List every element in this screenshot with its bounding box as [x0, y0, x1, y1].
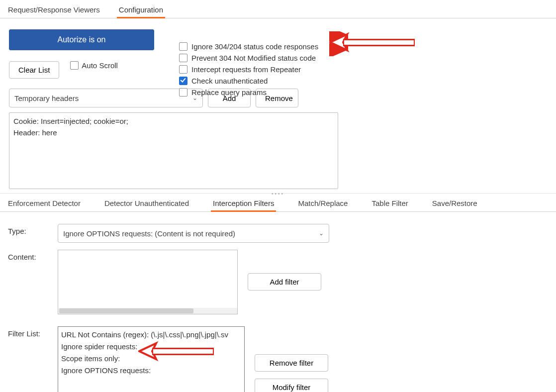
opt-intercept-repeater[interactable]: Intercept requests from Repeater [179, 65, 318, 74]
filter-type-select[interactable]: Ignore OPTIONS requests: (Content is not… [58, 224, 329, 243]
chevron-down-icon: ⌄ [319, 230, 324, 237]
list-item[interactable]: URL Not Contains (regex): (\.js|\.css|\.… [61, 329, 241, 341]
split-divider[interactable]: •••• [0, 193, 556, 194]
interception-filters-panel: Type: Ignore OPTIONS requests: (Content … [0, 212, 556, 392]
list-item[interactable]: Scope items only: [61, 353, 241, 365]
autorize-toggle-button[interactable]: Autorize is on [9, 29, 154, 50]
opt-replace-query-label: Replace query params [191, 88, 267, 97]
tab-detector-unauth[interactable]: Detector Unauthenticated [102, 195, 191, 211]
headers-textarea[interactable]: Cookie: Insert=injected; cookie=or; Head… [9, 112, 338, 189]
clear-list-button[interactable]: Clear List [9, 61, 59, 79]
top-tabbar: Request/Response Viewers Configuration [0, 0, 556, 18]
tab-req-resp-viewers[interactable]: Request/Response Viewers [6, 1, 102, 18]
checkbox-intercept-repeater[interactable] [179, 65, 187, 74]
opt-prevent-304-label: Prevent 304 Not Modified status code [191, 54, 316, 62]
checkbox-check-unauth[interactable] [179, 77, 187, 85]
filter-list[interactable]: URL Not Contains (regex): (\.js|\.css|\.… [58, 326, 245, 392]
tab-table-filter[interactable]: Table Filter [370, 195, 410, 211]
tab-interception-filters[interactable]: Interception Filters [211, 195, 276, 211]
horizontal-scrollbar[interactable] [58, 308, 237, 314]
content-textarea[interactable] [58, 250, 238, 314]
list-item[interactable]: Ignore spider requests: [61, 341, 241, 353]
checkbox-replace-query[interactable] [179, 88, 187, 97]
auto-scroll-checkbox-wrap[interactable]: Auto Scroll [70, 61, 118, 70]
svg-marker-1 [330, 34, 347, 50]
opt-prevent-304[interactable]: Prevent 304 Not Modified status code [179, 54, 318, 62]
opt-ignore-304-204[interactable]: Ignore 304/204 status code responses [179, 42, 318, 51]
filter-list-label: Filter List: [8, 326, 48, 338]
opt-check-unauth[interactable]: Check unauthenticated [179, 77, 318, 85]
filter-type-select-value: Ignore OPTIONS requests: (Content is not… [63, 229, 235, 238]
header-select-value: Temporary headers [14, 94, 79, 102]
configuration-panel: Autorize is on Clear List Auto Scroll Ig… [0, 18, 556, 193]
autorize-toggle-label: Autorize is on [58, 35, 106, 44]
auto-scroll-label: Auto Scroll [82, 61, 118, 70]
content-label: Content: [8, 250, 48, 261]
opt-check-unauth-label: Check unauthenticated [191, 77, 268, 85]
tab-save-restore[interactable]: Save/Restore [430, 195, 479, 211]
scrollbar-thumb[interactable] [59, 308, 193, 313]
header-template-select[interactable]: Temporary headers ⌄ [9, 89, 203, 107]
checkbox-prevent-304[interactable] [179, 54, 187, 62]
opt-intercept-repeater-label: Intercept requests from Repeater [191, 65, 301, 74]
annotation-arrow-top [329, 31, 429, 56]
auto-scroll-checkbox[interactable] [70, 61, 79, 70]
svg-rect-2 [344, 40, 414, 45]
opt-replace-query[interactable]: Replace query params [179, 88, 318, 97]
modify-filter-button[interactable]: Modify filter [255, 379, 328, 392]
list-item[interactable]: Ignore OPTIONS requests: [61, 365, 241, 377]
tab-match-replace[interactable]: Match/Replace [296, 195, 350, 211]
tab-configuration[interactable]: Configuration [117, 1, 165, 18]
remove-filter-button[interactable]: Remove filter [255, 354, 328, 372]
add-filter-button[interactable]: Add filter [248, 273, 321, 291]
checkbox-ignore-304-204[interactable] [179, 42, 187, 51]
svg-rect-3 [344, 40, 414, 45]
tab-enforcement-detector[interactable]: Enforcement Detector [6, 195, 83, 211]
options-column: Ignore 304/204 status code responses Pre… [179, 42, 318, 97]
type-label: Type: [8, 224, 48, 235]
opt-ignore-304-204-label: Ignore 304/204 status code responses [191, 42, 318, 51]
